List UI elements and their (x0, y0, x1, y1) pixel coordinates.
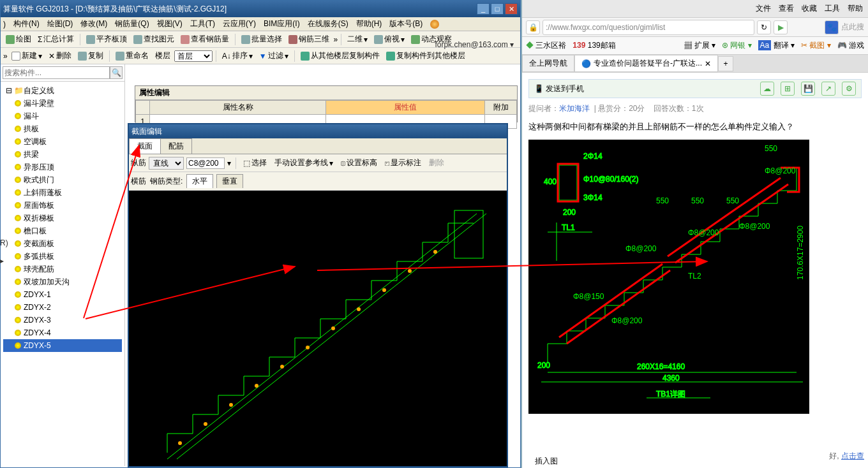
send-phone-button[interactable]: 📱 发送到手机 (534, 84, 584, 94)
rebar-view-button[interactable]: 查看钢筋量 (178, 33, 232, 46)
tree-item[interactable]: 双折梯板 (3, 212, 122, 224)
tree-item[interactable]: 变截面板 (3, 237, 122, 250)
go-button[interactable]: ▶ (774, 20, 788, 34)
find-button[interactable]: 查找图元 (131, 33, 177, 46)
ext-button[interactable]: ▦ 扩展 ▾ (684, 40, 715, 51)
menu-version[interactable]: 版本号(B) (385, 17, 426, 31)
br-menu-fav[interactable]: 收藏 (802, 3, 817, 14)
filter-button[interactable]: ▼过滤 ▾ (257, 49, 291, 62)
delete-button[interactable]: ✕ 删除 (46, 49, 74, 62)
click-link[interactable]: 点击查 (841, 451, 864, 460)
game-button[interactable]: 🎮 游戏 (837, 40, 864, 51)
rename-button[interactable]: 重命名 (113, 49, 151, 62)
close-button[interactable]: ✕ (505, 3, 518, 15)
address-bar[interactable] (542, 20, 754, 35)
search-input[interactable] (3, 66, 110, 79)
horiz-button[interactable]: 水平 (186, 174, 213, 188)
translate-button[interactable]: Aa 翻译 ▾ (758, 40, 795, 51)
tab-rebar[interactable]: 配筋 (160, 138, 192, 154)
copyto-button[interactable]: 复制构件到其他楼层 (384, 49, 468, 62)
manual-ref-button[interactable]: 手动设置参考线 ▾ (272, 156, 336, 170)
bookmark-2[interactable]: 139 139邮箱 (572, 40, 615, 51)
tree-item[interactable]: 拱板 (3, 122, 122, 135)
tree-item[interactable]: ZDYX-4 (3, 326, 122, 339)
select-button[interactable]: ⬚ 选择 (241, 156, 269, 170)
svg-rect-28 (558, 164, 578, 201)
show-anno-button[interactable]: ⏍ 显示标注 (382, 156, 424, 170)
tree-item[interactable]: 双坡加加天沟 (3, 275, 122, 288)
sort-button[interactable]: A↓ 排序 ▾ (220, 49, 255, 62)
insert-img-button[interactable]: 插入图 (535, 456, 558, 467)
floor-select[interactable]: 首层 (174, 50, 213, 62)
tree-root[interactable]: ⊟ 📁 自定义线 (3, 84, 122, 97)
tree-item[interactable]: 漏斗梁壁 (3, 97, 122, 110)
tree-item[interactable]: 檐口板 (3, 224, 122, 237)
tree-item[interactable]: ZDYX-3 (3, 314, 122, 326)
search-button[interactable]: 🔍 (110, 66, 123, 79)
br-menu-tool[interactable]: 工具 (825, 3, 840, 14)
paw-icon[interactable]: 🐾 (825, 20, 839, 34)
section-canvas[interactable] (129, 191, 507, 466)
user-email[interactable]: forpk.chen@163.com ▾ (435, 40, 514, 49)
share-icon[interactable]: ↗ (821, 82, 835, 96)
br-menu-file[interactable]: 文件 (756, 3, 771, 14)
bookmark-1[interactable]: ◆ 三水区裕 (526, 40, 566, 51)
tree-item[interactable]: 异形压顶 (3, 161, 122, 173)
batch-button[interactable]: 批量选择 (239, 33, 285, 46)
menu-modify[interactable]: 修改(M) (77, 17, 111, 31)
menu-bim[interactable]: BIM应用(I) (260, 17, 304, 31)
menu-online[interactable]: 在线服务(S) (304, 17, 352, 31)
topview-button[interactable]: 俯视 ▾ (371, 33, 407, 46)
new-tab-button[interactable]: + (718, 56, 733, 71)
delete-rebar-button[interactable]: 删除 (426, 156, 447, 170)
menu-tool[interactable]: 工具(T) (186, 17, 219, 31)
calc-button[interactable]: Σ 汇总计算 (35, 33, 77, 46)
refresh-button[interactable]: ↻ (757, 20, 771, 34)
cloud-icon[interactable]: ☁ (760, 82, 774, 96)
tree-item[interactable]: 上斜雨蓬板 (3, 186, 122, 199)
menu-cloud[interactable]: 云应用(Y) (219, 17, 260, 31)
tree-item[interactable]: ZDYX-2 (3, 301, 122, 314)
menu-goujian[interactable]: 构件(N) (10, 17, 43, 31)
copy-button[interactable]: 复制 (75, 49, 106, 62)
tree-item[interactable]: 多弧拱板 (3, 250, 122, 263)
rebar-code-input[interactable] (186, 157, 225, 169)
br-menu-view[interactable]: 查看 (779, 3, 794, 14)
tree-item[interactable]: ZDYX-1 (3, 288, 122, 301)
browser-tab-2[interactable]: 🔵 专业造价问题答疑平台-广联达... ✕ (574, 55, 718, 72)
snap-button[interactable]: ✂ 截图 ▾ (801, 40, 831, 51)
dim2-button[interactable]: 二维 ▾ (345, 33, 370, 46)
browser-tab-1[interactable]: 全上网导航 (522, 55, 574, 72)
menu-view[interactable]: 视图(V) (153, 17, 186, 31)
set-height-button[interactable]: ⎅ 设置标高 (338, 156, 380, 170)
bank-button[interactable]: ⊛ 网银 ▾ (722, 40, 752, 51)
menu-help[interactable]: 帮助(H) (352, 17, 386, 31)
maximize-button[interactable]: □ (491, 3, 504, 15)
copyfrom-button[interactable]: 从其他楼层复制构件 (298, 49, 382, 62)
menu-draw[interactable]: 绘图(D) (43, 17, 77, 31)
vert-button[interactable]: 垂直 (216, 174, 243, 188)
tab-section[interactable]: 截面 (129, 138, 161, 154)
tree-item[interactable]: 欧式拱门 (3, 173, 122, 186)
draw-button[interactable]: 绘图 (3, 33, 34, 46)
search-hint[interactable]: 点此搜 (841, 22, 864, 33)
asker-link[interactable]: 米加海洋 (559, 104, 590, 113)
tree-item[interactable]: 空调板 (3, 135, 122, 148)
svg-point-6 (306, 346, 310, 349)
answer-count: 回答次数：1次 (654, 104, 704, 113)
grid-icon[interactable]: ⊞ (781, 82, 795, 96)
save-icon[interactable]: 💾 (801, 82, 815, 96)
rebar3d-button[interactable]: 钢筋三维 (286, 33, 332, 46)
gear-icon[interactable]: ⚙ (842, 82, 856, 96)
tree-item[interactable]: 球壳配筋 (3, 263, 122, 275)
menu-rebar[interactable]: 钢筋量(Q) (111, 17, 153, 31)
tree-item[interactable]: 漏斗 (3, 110, 122, 122)
tree-item-selected[interactable]: ZDYX-5 (3, 339, 122, 352)
line-select[interactable]: 直线 (149, 157, 184, 170)
minimize-button[interactable]: _ (477, 3, 490, 15)
br-menu-help[interactable]: 帮助 (848, 3, 863, 14)
flat-button[interactable]: 平齐板顶 (84, 33, 130, 46)
new-button[interactable]: 新建 ▾ (9, 49, 45, 62)
tree-item[interactable]: 拱梁 (3, 148, 122, 161)
tree-item[interactable]: 屋面饰板 (3, 199, 122, 212)
